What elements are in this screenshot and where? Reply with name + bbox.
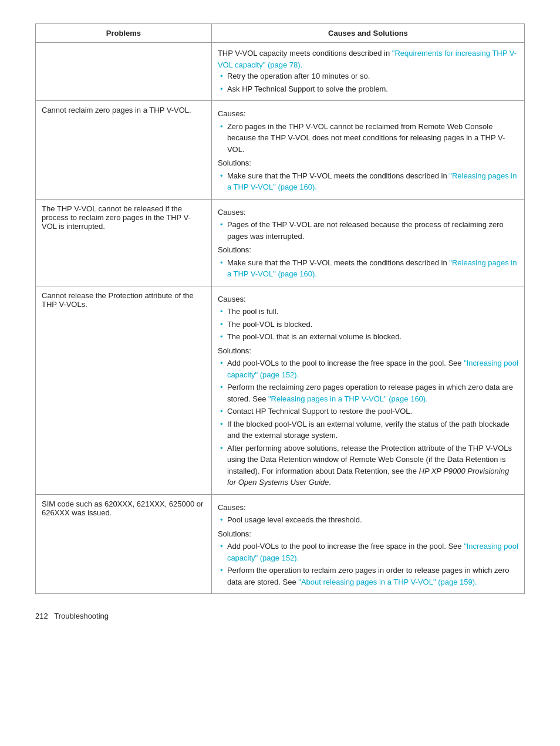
solutions-label: Solutions: [218,157,518,169]
link-releasing-1[interactable]: "Releasing pages in a THP V-VOL" (page 1… [227,171,517,192]
link-increasing-pool-1[interactable]: "Increasing pool capacity" (page 152). [227,359,518,379]
page-footer: 212 Troubleshooting [35,612,525,620]
list-item: Add pool-VOLs to the pool to increase th… [218,541,518,563]
list-item: Perform the operation to reclaim zero pa… [218,565,518,588]
problem-cell: SIM code such as 620XXX, 621XXX, 625000 … [36,494,212,594]
list-item: If the blocked pool-VOL is an external v… [218,418,518,441]
list-item: Contact HP Technical Support to restore … [218,406,518,417]
page-number: 212 [35,612,48,620]
list-item: Ask HP Technical Support to solve the pr… [218,83,518,95]
table-row: Cannot release the Protection attribute … [36,286,525,494]
link-requirements[interactable]: "Requirements for increasing THP V-VOL c… [218,49,517,69]
causes-label: Causes: [218,502,518,514]
link-about-releasing[interactable]: "About releasing pages in a THP V-VOL" (… [298,578,477,586]
list-item: Pages of the THP V-VOL are not released … [218,219,518,242]
solutions-list: Make sure that the THP V-VOL meets the c… [218,257,518,280]
problem-cell [36,43,212,101]
causes-cell: Causes: Pool usage level exceeds the thr… [211,494,524,594]
bullet-list: Retry the operation after 10 minutes or … [218,70,518,94]
link-releasing-3[interactable]: "Releasing pages in a THP V-VOL" (page 1… [268,394,428,403]
list-item: Make sure that the THP V-VOL meets the c… [218,170,518,193]
list-item: Zero pages in the THP V-VOL cannot be re… [218,121,518,156]
causes-list: The pool is full. The pool-VOL is blocke… [218,306,518,343]
link-releasing-2[interactable]: "Releasing pages in a THP V-VOL" (page 1… [227,258,517,279]
solutions-label: Solutions: [218,244,518,256]
table-row: Cannot reclaim zero pages in a THP V-VOL… [36,101,525,200]
solutions-list: Make sure that the THP V-VOL meets the c… [218,170,518,193]
list-item: Perform the reclaiming zero pages operat… [218,382,518,404]
table-row: SIM code such as 620XXX, 621XXX, 625000 … [36,494,525,594]
list-item: The pool-VOL that is an external volume … [218,331,518,343]
causes-cell: THP V-VOL capacity meets conditions desc… [211,43,524,101]
footer-label: Troubleshooting [54,612,109,620]
intro-text: THP V-VOL capacity meets conditions desc… [218,48,518,70]
list-item: Pool usage level exceeds the threshold. [218,514,518,526]
problem-cell: Cannot release the Protection attribute … [36,286,212,494]
solutions-label: Solutions: [218,345,518,357]
causes-label: Causes: [218,207,518,218]
solutions-list: Add pool-VOLs to the pool to increase th… [218,357,518,488]
causes-cell: Causes: Zero pages in the THP V-VOL cann… [211,101,524,200]
causes-list: Pages of the THP V-VOL are not released … [218,219,518,242]
causes-label: Causes: [218,293,518,305]
causes-cell: Causes: The pool is full. The pool-VOL i… [211,286,524,494]
solutions-list: Add pool-VOLs to the pool to increase th… [218,541,518,588]
problem-cell: Cannot reclaim zero pages in a THP V-VOL… [36,101,212,200]
table-row: The THP V-VOL cannot be released if the … [36,199,525,286]
table-row: THP V-VOL capacity meets conditions desc… [36,43,525,101]
header-problems: Problems [36,24,212,43]
list-item: Retry the operation after 10 minutes or … [218,70,518,82]
header-causes: Causes and Solutions [211,24,524,43]
list-item: Add pool-VOLs to the pool to increase th… [218,357,518,380]
list-item: After performing above solutions, releas… [218,443,518,488]
problem-cell: The THP V-VOL cannot be released if the … [36,199,212,286]
list-item: Make sure that the THP V-VOL meets the c… [218,257,518,280]
causes-list: Pool usage level exceeds the threshold. [218,514,518,526]
causes-label: Causes: [218,108,518,120]
list-item: The pool is full. [218,306,518,318]
link-increasing-pool-2[interactable]: "Increasing pool capacity" (page 152). [227,542,518,562]
list-item: The pool-VOL is blocked. [218,319,518,330]
italic-text: HP XP P9000 Provisioning for Open System… [227,467,509,487]
causes-list: Zero pages in the THP V-VOL cannot be re… [218,121,518,156]
causes-cell: Causes: Pages of the THP V-VOL are not r… [211,199,524,286]
solutions-label: Solutions: [218,528,518,540]
main-table: Problems Causes and Solutions THP V-VOL … [35,23,525,594]
